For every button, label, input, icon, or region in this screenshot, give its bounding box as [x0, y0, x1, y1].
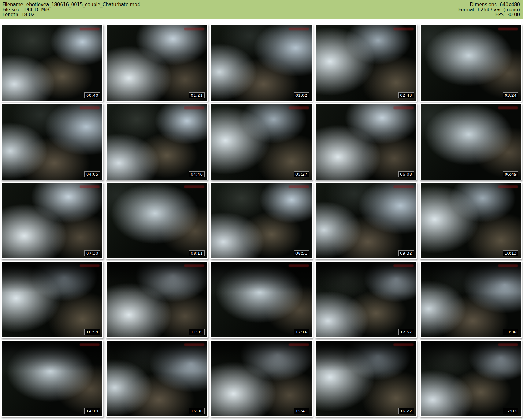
watermark-mark: [80, 28, 100, 30]
dimensions-value: 640x480: [500, 2, 520, 7]
filesize-line: File size:194.10 MiB: [2, 7, 140, 13]
timestamp-badge: 16:22: [398, 408, 414, 414]
length-label: Length:: [2, 12, 20, 17]
timestamp-badge: 17:03: [503, 408, 518, 414]
file-info-left: Filename:ehotlovea_180616_0015_couple_Ch…: [2, 2, 140, 19]
watermark-mark: [184, 343, 204, 346]
video-thumbnail[interactable]: 04:05: [1, 103, 103, 180]
filename-label: Filename:: [2, 2, 25, 7]
watermark-mark: [393, 106, 414, 109]
watermark-mark: [184, 106, 204, 109]
watermark-mark: [498, 264, 518, 267]
filesize-value: 194.10 MiB: [24, 7, 50, 13]
format-value: h264 / aac (mono): [478, 7, 520, 13]
watermark-mark: [289, 106, 309, 109]
video-thumbnail[interactable]: 08:51: [210, 182, 313, 259]
watermark-mark: [289, 185, 309, 188]
watermark-mark: [498, 185, 518, 188]
timestamp-badge: 14:19: [84, 408, 100, 414]
timestamp-badge: 10:13: [503, 250, 518, 256]
file-info-right: Dimensions:640x480 Format:h264 / aac (mo…: [458, 2, 520, 19]
timestamp-badge: 12:16: [294, 329, 309, 335]
watermark-mark: [80, 343, 100, 346]
video-thumbnail[interactable]: 06:49: [420, 103, 522, 180]
fps-line: FPS:30.00: [458, 12, 520, 17]
video-thumbnail[interactable]: 14:19: [1, 340, 103, 417]
dimensions-label: Dimensions:: [470, 2, 498, 7]
video-thumbnail[interactable]: 06:08: [315, 103, 417, 180]
watermark-mark: [289, 343, 309, 346]
video-thumbnail[interactable]: 01:21: [106, 24, 208, 102]
timestamp-badge: 07:30: [84, 250, 100, 256]
watermark-mark: [393, 343, 414, 346]
watermark-mark: [498, 343, 518, 346]
filename-value: ehotlovea_180616_0015_couple_Chaturbate.…: [26, 2, 140, 7]
timestamp-badge: 11:35: [189, 329, 205, 335]
timestamp-badge: 02:02: [294, 92, 309, 98]
video-thumbnail[interactable]: 12:57: [315, 261, 417, 338]
timestamp-badge: 04:05: [84, 171, 100, 177]
watermark-mark: [289, 28, 309, 30]
timestamp-badge: 15:00: [189, 408, 205, 414]
video-thumbnail[interactable]: 12:16: [210, 261, 313, 338]
timestamp-badge: 01:21: [189, 92, 205, 98]
video-thumbnail[interactable]: 15:00: [106, 340, 208, 417]
length-line: Length:18:02: [2, 12, 140, 17]
video-thumbnail[interactable]: 08:11: [106, 182, 208, 259]
video-thumbnail[interactable]: 02:43: [315, 24, 417, 102]
timestamp-badge: 00:40: [84, 92, 100, 98]
video-thumbnail[interactable]: 16:22: [315, 340, 417, 417]
video-thumbnail[interactable]: 05:27: [210, 103, 313, 180]
filesize-label: File size:: [2, 7, 22, 13]
video-thumbnail[interactable]: 10:13: [420, 182, 522, 259]
video-thumbnail[interactable]: 03:24: [420, 24, 522, 102]
format-line: Format:h264 / aac (mono): [458, 7, 520, 13]
fps-value: 30.00: [507, 12, 520, 17]
watermark-mark: [80, 185, 100, 188]
timestamp-badge: 04:46: [189, 171, 205, 177]
timestamp-badge: 05:27: [294, 171, 309, 177]
video-thumbnail[interactable]: 02:02: [210, 24, 313, 102]
watermark-mark: [498, 28, 518, 30]
watermark-mark: [498, 106, 518, 109]
watermark-mark: [393, 28, 414, 30]
format-label: Format:: [458, 7, 476, 13]
fps-label: FPS:: [495, 12, 505, 17]
timestamp-badge: 13:38: [503, 329, 518, 335]
timestamp-badge: 06:08: [398, 171, 414, 177]
timestamp-badge: 08:51: [294, 250, 309, 256]
video-thumbnail[interactable]: 11:35: [106, 261, 208, 338]
watermark-mark: [184, 185, 204, 188]
video-thumbnail[interactable]: 09:32: [315, 182, 417, 259]
timestamp-badge: 09:32: [398, 250, 414, 256]
timestamp-badge: 10:54: [84, 329, 100, 335]
video-thumbnail[interactable]: 04:46: [106, 103, 208, 180]
video-thumbnail[interactable]: 00:40: [1, 24, 103, 102]
watermark-mark: [289, 264, 309, 267]
timestamp-badge: 15:41: [294, 408, 309, 414]
file-info-header: Filename:ehotlovea_180616_0015_couple_Ch…: [0, 0, 523, 19]
video-thumbnail[interactable]: 10:54: [1, 261, 103, 338]
video-thumbnail[interactable]: 13:38: [420, 261, 522, 338]
thumbnail-grid: 00:40 01:21 02:02 02:43 03:24 04:05 04:4…: [0, 19, 523, 417]
filename-line: Filename:ehotlovea_180616_0015_couple_Ch…: [2, 2, 140, 7]
watermark-mark: [80, 264, 100, 267]
timestamp-badge: 06:49: [503, 171, 518, 177]
watermark-mark: [393, 185, 414, 188]
timestamp-badge: 08:11: [189, 250, 205, 256]
dimensions-line: Dimensions:640x480: [458, 2, 520, 7]
watermark-mark: [184, 28, 204, 30]
video-thumbnail[interactable]: 17:03: [420, 340, 522, 417]
video-thumbnail[interactable]: 15:41: [210, 340, 313, 417]
watermark-mark: [393, 264, 414, 267]
timestamp-badge: 02:43: [398, 92, 414, 98]
watermark-mark: [80, 106, 100, 109]
video-thumbnail[interactable]: 07:30: [1, 182, 103, 259]
watermark-mark: [184, 264, 204, 267]
timestamp-badge: 12:57: [398, 329, 414, 335]
length-value: 18:02: [21, 12, 35, 17]
timestamp-badge: 03:24: [503, 92, 518, 98]
